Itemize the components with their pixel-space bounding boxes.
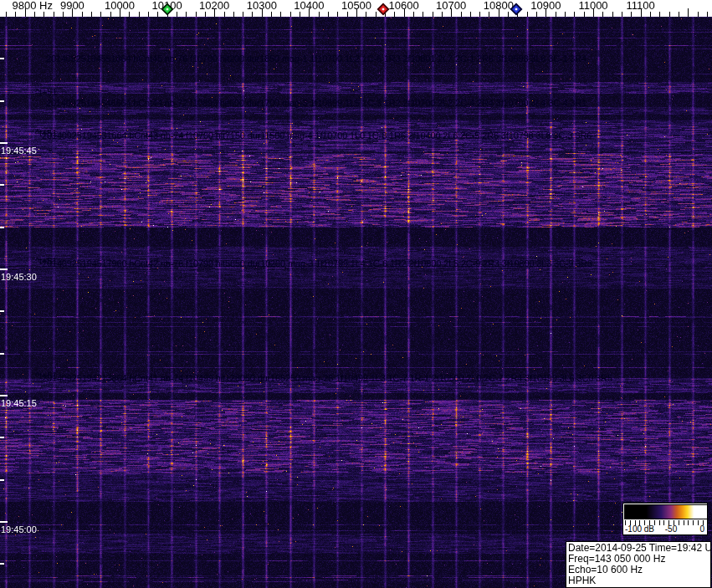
time-tick-mark — [0, 521, 8, 523]
freq-tick-label: 10500 — [341, 0, 371, 11]
frequency-ruler[interactable]: 9800 Hz990010000101001020010300104001050… — [0, 0, 712, 17]
time-tick-mark — [0, 268, 8, 270]
detection-record-text: 20140925194531664 hCnt43 nb-74 f10700 hi… — [42, 130, 592, 141]
observation-info-box: Date=2014-09-25 Time=19:42 UTC Freq=143 … — [566, 541, 711, 588]
time-tick-mark — [0, 353, 4, 355]
freq-tick-label: 9800 Hz — [13, 0, 53, 11]
freq-tick-label: 10900 — [530, 0, 561, 11]
detection-marker-label: ^t+51 — [35, 87, 57, 97]
freq-tick-label: 10400 — [294, 0, 324, 11]
freq-tick-label: 11000 — [578, 0, 607, 11]
time-tick-mark — [0, 184, 4, 186]
time-tick-label: 19:45:15 — [1, 398, 37, 408]
detection-record-text: 20140925194517960 hCnt42 nb-76 f10799 hi… — [42, 258, 592, 268]
time-tick-mark — [0, 479, 4, 481]
freq-tick-label: 11100 — [626, 0, 654, 11]
green-diamond-marker[interactable] — [161, 3, 174, 16]
time-tick-mark — [0, 395, 8, 396]
time-tick-label: 19:45:45 — [1, 146, 37, 156]
color-scale-gradient — [624, 504, 708, 519]
time-tick-mark — [0, 563, 4, 565]
detection-record-text: 20140925194551864 hCnt45 nb-76 f10700 hi… — [46, 54, 587, 64]
blue-diamond-marker[interactable] — [510, 3, 523, 16]
legend-label-min: -100 dB — [625, 524, 654, 534]
time-tick-mark — [0, 437, 4, 438]
time-tick-mark — [0, 100, 4, 102]
freq-tick-label: 10700 — [436, 0, 466, 11]
time-tick-label: 19:45:00 — [1, 524, 37, 534]
freq-tick-label: 10200 — [199, 0, 229, 11]
time-tick-label: 19:45:30 — [1, 272, 37, 282]
detection-record-text: 20140925194213864 hCnt41 nb-74 f10499 hi… — [42, 373, 612, 383]
legend-label-max: 0 — [699, 524, 704, 534]
time-tick-mark — [0, 58, 4, 59]
time-tick-mark — [0, 310, 4, 312]
detection-record-text: 20140925194546664 hCnt44 nb-72 f10899 hi… — [46, 98, 587, 108]
red-diamond-marker[interactable] — [376, 3, 390, 16]
time-tick-mark — [0, 142, 8, 144]
freq-tick-label: 9900 — [60, 0, 85, 11]
time-tick-mark — [0, 227, 4, 228]
freq-tick-label: 10300 — [247, 0, 277, 11]
info-station: HPHK — [568, 575, 709, 586]
freq-tick-label: 10600 — [389, 0, 419, 11]
meteor-spectrogram-window: 9800 Hz990010000101001020010300104001050… — [0, 0, 712, 588]
legend-label-mid: -50 — [665, 524, 677, 534]
freq-tick-label: 10000 — [105, 0, 135, 11]
color-scale-legend: -100 dB -50 0 — [622, 503, 708, 535]
